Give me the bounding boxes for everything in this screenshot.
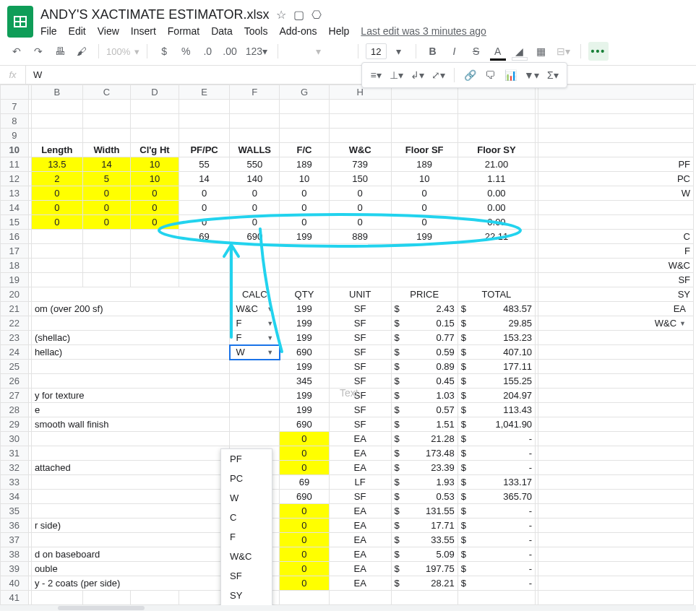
row-header[interactable]: 24 bbox=[1, 345, 29, 360]
price-cell[interactable]: $173.48 bbox=[391, 446, 457, 461]
functions-button[interactable]: Σ▾ bbox=[544, 66, 562, 84]
cell[interactable] bbox=[538, 331, 694, 345]
cell[interactable]: 550 bbox=[230, 157, 280, 172]
halign-button[interactable]: ≡▾ bbox=[366, 66, 385, 84]
row-header[interactable]: 18 bbox=[1, 259, 29, 273]
unit-cell[interactable]: SF bbox=[329, 389, 391, 403]
doc-title[interactable]: ANDY'S XACTIMATE ESTIMATOR.xlsx bbox=[40, 7, 269, 22]
total-cell[interactable]: $- bbox=[457, 461, 535, 475]
totals-j[interactable]: 22.11 bbox=[457, 230, 535, 244]
row-header[interactable]: 28 bbox=[1, 403, 29, 417]
calc-cell[interactable]: W&C▼ bbox=[230, 302, 280, 316]
cell[interactable]: 0 bbox=[131, 215, 179, 230]
cell[interactable]: 189 bbox=[391, 157, 457, 172]
line-desc[interactable] bbox=[31, 490, 230, 504]
total-cell[interactable]: $155.25 bbox=[457, 374, 535, 389]
wrap-button[interactable]: ↲▾ bbox=[408, 66, 427, 84]
cell[interactable]: 0 bbox=[329, 201, 391, 215]
qty-cell[interactable]: 0 bbox=[280, 519, 330, 533]
cell[interactable]: 0.00 bbox=[457, 186, 535, 201]
font-size-dropdown[interactable]: ▾ bbox=[390, 42, 408, 61]
bold-button[interactable]: B bbox=[424, 42, 442, 61]
price-cell[interactable]: $197.75 bbox=[391, 562, 457, 576]
price-cell[interactable]: $1.93 bbox=[391, 475, 457, 490]
row-header[interactable]: 29 bbox=[1, 417, 29, 432]
totals-f[interactable]: 690 bbox=[230, 230, 280, 244]
dim-header-f[interactable]: WALLS bbox=[230, 143, 280, 157]
last-edit-link[interactable]: Last edit was 3 minutes ago bbox=[361, 25, 486, 37]
cell[interactable]: 0 bbox=[131, 201, 179, 215]
strike-button[interactable]: S bbox=[467, 42, 486, 61]
cell[interactable]: SY bbox=[538, 287, 694, 302]
cell[interactable]: 0 bbox=[230, 215, 280, 230]
row-header[interactable]: 20 bbox=[1, 287, 29, 302]
calc-cell[interactable] bbox=[230, 374, 280, 389]
total-cell[interactable]: $153.23 bbox=[457, 331, 535, 345]
cell[interactable] bbox=[538, 100, 694, 114]
dropdown-item[interactable]: C bbox=[221, 508, 272, 527]
line-desc[interactable] bbox=[31, 374, 230, 389]
row-header[interactable]: 32 bbox=[1, 461, 29, 475]
total-cell[interactable]: $365.70 bbox=[457, 490, 535, 504]
row-header[interactable]: 23 bbox=[1, 331, 29, 345]
row-header[interactable]: 12 bbox=[1, 172, 29, 186]
cell[interactable]: 0 bbox=[391, 201, 457, 215]
cell[interactable]: W bbox=[538, 186, 694, 201]
rotate-button[interactable]: ⤢▾ bbox=[429, 66, 448, 84]
col-header-g[interactable]: G bbox=[280, 85, 330, 100]
row-header[interactable]: 31 bbox=[1, 446, 29, 461]
qty-header[interactable]: QTY bbox=[280, 287, 330, 302]
percent-button[interactable]: % bbox=[176, 42, 195, 61]
cell[interactable]: EA bbox=[538, 302, 694, 316]
line-desc[interactable]: y for texture bbox=[31, 389, 230, 403]
cell[interactable] bbox=[538, 547, 694, 562]
total-cell[interactable]: $- bbox=[457, 432, 535, 446]
price-cell[interactable]: $17.71 bbox=[391, 519, 457, 533]
merge-button[interactable]: ⊟▾ bbox=[554, 42, 573, 61]
qty-cell[interactable]: 0 bbox=[280, 562, 330, 576]
row-header[interactable]: 40 bbox=[1, 576, 29, 591]
qty-cell[interactable]: 690 bbox=[280, 417, 330, 432]
unit-cell[interactable]: EA bbox=[329, 461, 391, 475]
row-header[interactable]: 21 bbox=[1, 302, 29, 316]
total-cell[interactable]: $- bbox=[457, 576, 535, 591]
line-desc[interactable]: e bbox=[31, 403, 230, 417]
cell[interactable] bbox=[538, 360, 694, 374]
cell[interactable]: 0 bbox=[82, 215, 131, 230]
menu-format[interactable]: Format bbox=[168, 25, 199, 37]
cell[interactable]: 0 bbox=[31, 215, 82, 230]
totals-h[interactable]: 889 bbox=[329, 230, 391, 244]
cell[interactable] bbox=[538, 374, 694, 389]
line-desc[interactable]: y - 2 coats (per side) bbox=[31, 576, 230, 591]
unit-cell[interactable]: EA bbox=[329, 533, 391, 547]
total-header[interactable]: TOTAL bbox=[457, 287, 535, 302]
cell[interactable] bbox=[538, 345, 694, 360]
cell[interactable]: 14 bbox=[82, 157, 131, 172]
unit-cell[interactable]: EA bbox=[329, 547, 391, 562]
cell[interactable]: 5 bbox=[82, 172, 131, 186]
dec-increase-button[interactable]: .00 bbox=[220, 42, 239, 61]
move-icon[interactable]: ▢ bbox=[293, 8, 304, 22]
total-cell[interactable]: $177.11 bbox=[457, 360, 535, 374]
cell[interactable]: 0 bbox=[391, 215, 457, 230]
line-desc[interactable]: attached bbox=[31, 461, 230, 475]
format-123-button[interactable]: 123▾ bbox=[243, 42, 270, 61]
cell[interactable]: 10 bbox=[391, 172, 457, 186]
cell[interactable] bbox=[538, 417, 694, 432]
total-cell[interactable]: $- bbox=[457, 533, 535, 547]
cell[interactable]: 0 bbox=[31, 201, 82, 215]
total-cell[interactable]: $- bbox=[457, 446, 535, 461]
total-cell[interactable]: $483.57 bbox=[457, 302, 535, 316]
cell[interactable]: W&C▼ bbox=[538, 316, 694, 331]
calc-cell[interactable] bbox=[230, 432, 280, 446]
cell[interactable] bbox=[538, 591, 694, 605]
cell[interactable]: 0 bbox=[280, 201, 330, 215]
unit-cell[interactable]: EA bbox=[329, 504, 391, 519]
unit-cell[interactable]: EA bbox=[329, 576, 391, 591]
cell[interactable]: 10 bbox=[280, 172, 330, 186]
menu-tools[interactable]: Tools bbox=[244, 25, 268, 37]
line-desc[interactable] bbox=[31, 533, 230, 547]
row-header[interactable]: 35 bbox=[1, 504, 29, 519]
row-header[interactable]: 14 bbox=[1, 201, 29, 215]
price-header[interactable]: PRICE bbox=[391, 287, 457, 302]
